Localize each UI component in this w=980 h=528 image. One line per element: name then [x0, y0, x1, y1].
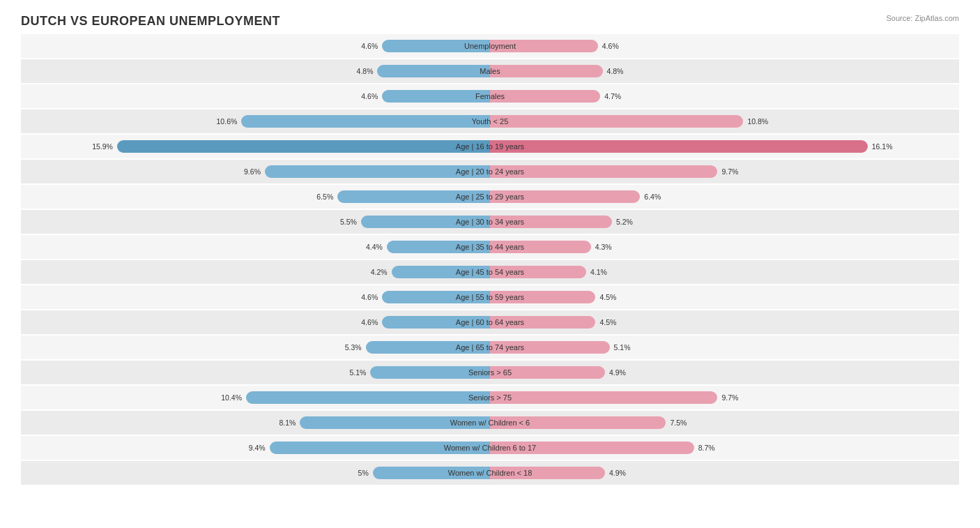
dutch-bar [382, 316, 490, 329]
dutch-bar [117, 140, 490, 153]
chart-container: DUTCH VS EUROPEAN UNEMPLOYMENT Source: Z… [0, 0, 980, 528]
chart-area: 4.6% Unemployment 4.6% 4.8% Males [21, 34, 959, 458]
dutch-value: 4.6% [361, 42, 381, 50]
dutch-value: 4.6% [361, 293, 381, 301]
dutch-value: 8.1% [280, 418, 299, 427]
dutch-value: 10.6% [217, 117, 240, 126]
dutch-value: 15.9% [92, 142, 116, 151]
dutch-value: 4.6% [361, 92, 381, 100]
european-bar [490, 190, 640, 203]
european-bar [490, 391, 717, 404]
european-bar [490, 341, 610, 354]
european-bar [490, 316, 595, 329]
dutch-value: 4.4% [366, 243, 385, 251]
chart-row: 9.4% Women w/ Children 6 to 17 8.7% [21, 436, 959, 460]
chart-row: 4.2% Age | 45 to 54 years 4.1% [21, 260, 959, 284]
dutch-bar [265, 165, 490, 178]
chart-row: 10.4% Seniors > 75 9.7% [21, 386, 959, 409]
dutch-bar [337, 190, 490, 203]
chart-row: 4.8% Males 4.8% [21, 59, 959, 83]
european-value: 8.7% [696, 444, 715, 452]
dutch-value: 9.6% [244, 167, 263, 176]
european-value: 4.7% [602, 92, 621, 100]
european-value: 4.9% [606, 368, 626, 377]
european-bar [490, 140, 868, 153]
dutch-value: 9.4% [249, 444, 268, 452]
chart-row: 10.6% Youth < 25 10.8% [21, 110, 959, 133]
chart-row: 8.1% Women w/ Children < 6 7.5% [21, 411, 959, 435]
european-bar [490, 40, 598, 52]
european-bar [490, 467, 605, 479]
european-bar [490, 266, 586, 278]
european-bar [490, 442, 694, 454]
european-value: 4.6% [599, 42, 619, 50]
european-bar [490, 416, 666, 429]
chart-row: 4.6% Age | 55 to 59 years 4.5% [21, 285, 959, 309]
dutch-bar [382, 40, 490, 52]
chart-row: 4.6% Age | 60 to 64 years 4.5% [21, 310, 959, 334]
dutch-bar [361, 216, 490, 228]
chart-row: 4.4% Age | 35 to 44 years 4.3% [21, 235, 959, 259]
chart-row: 15.9% Age | 16 to 19 years 16.1% [21, 135, 959, 158]
chart-title: DUTCH VS EUROPEAN UNEMPLOYMENT [21, 14, 959, 29]
european-bar [490, 115, 743, 128]
dutch-value: 6.5% [316, 193, 336, 201]
european-value: 9.7% [719, 393, 738, 402]
european-value: 4.8% [604, 67, 624, 75]
european-value: 6.4% [641, 193, 661, 201]
dutch-value: 4.6% [361, 318, 381, 326]
dutch-bar [366, 341, 490, 354]
european-bar [490, 216, 612, 228]
chart-row: 5% Women w/ Children < 18 4.9% [21, 461, 959, 485]
dutch-bar [246, 391, 490, 404]
european-value: 4.1% [588, 268, 607, 276]
dutch-bar [370, 366, 490, 379]
european-bar [490, 65, 603, 77]
chart-row: 5.5% Age | 30 to 34 years 5.2% [21, 210, 959, 234]
dutch-value: 5% [358, 469, 372, 477]
dutch-bar [382, 90, 490, 103]
european-bar [490, 366, 605, 379]
european-value: 9.7% [719, 167, 738, 176]
dutch-bar [270, 442, 490, 454]
european-bar [490, 291, 595, 303]
european-bar [490, 165, 717, 178]
dutch-value: 4.2% [371, 268, 390, 276]
european-value: 4.5% [597, 318, 616, 326]
source-text: Source: ZipAtlas.com [886, 14, 959, 22]
dutch-value: 5.1% [349, 368, 369, 377]
european-value: 5.2% [613, 218, 633, 226]
chart-row: 4.6% Females 4.7% [21, 84, 959, 108]
chart-row: 4.6% Unemployment 4.6% [21, 34, 959, 58]
european-value: 16.1% [869, 142, 893, 151]
european-bar [490, 241, 591, 253]
dutch-value: 5.5% [340, 218, 360, 226]
dutch-bar [377, 65, 490, 77]
european-value: 4.9% [606, 469, 626, 477]
european-value: 7.5% [667, 418, 687, 427]
chart-row: 5.3% Age | 65 to 74 years 5.1% [21, 335, 959, 359]
chart-row: 9.6% Age | 20 to 24 years 9.7% [21, 160, 959, 183]
european-bar [490, 90, 600, 103]
dutch-bar [382, 291, 490, 303]
dutch-bar [387, 241, 490, 253]
dutch-value: 10.4% [221, 393, 245, 402]
chart-row: 5.1% Seniors > 65 4.9% [21, 361, 959, 384]
european-value: 4.5% [597, 293, 616, 301]
dutch-bar [392, 266, 490, 278]
dutch-bar [373, 467, 490, 479]
chart-row: 6.5% Age | 25 to 29 years 6.4% [21, 185, 959, 209]
european-value: 5.1% [611, 343, 631, 352]
dutch-value: 4.8% [357, 67, 376, 75]
dutch-bar [300, 416, 490, 429]
dutch-value: 5.3% [345, 343, 365, 352]
dutch-bar [241, 115, 490, 128]
european-value: 4.3% [592, 243, 612, 251]
european-value: 10.8% [744, 117, 768, 126]
